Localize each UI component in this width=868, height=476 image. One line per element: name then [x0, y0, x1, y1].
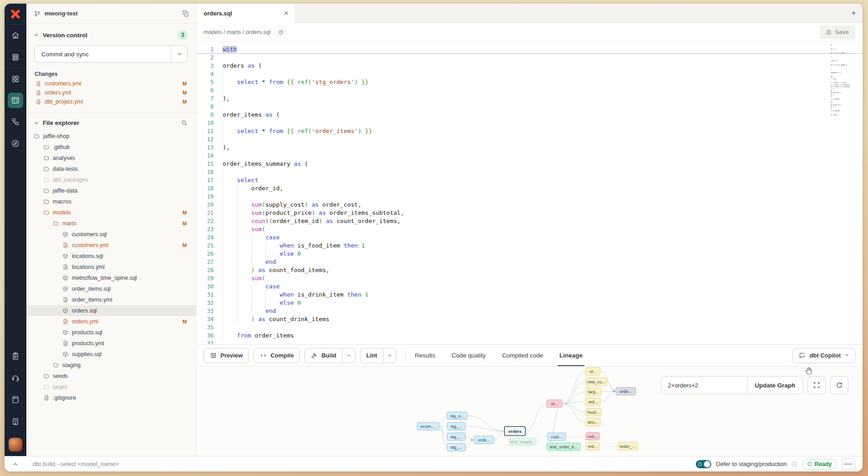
lineage-node-y5[interactable]: food...: [586, 408, 601, 416]
lineage-node-orp[interactable]: or...: [547, 400, 562, 407]
code-line-1[interactable]: 1with: [196, 45, 863, 54]
code-line-6[interactable]: 6: [196, 86, 863, 94]
fullscreen-icon[interactable]: [808, 376, 826, 394]
code-editor[interactable]: 1with23orders as (45 select * from {{ re…: [196, 42, 863, 344]
code-line-35[interactable]: 35: [196, 323, 863, 332]
code-line-25[interactable]: 25 when is_food_item then 1: [196, 242, 863, 250]
info-icon[interactable]: [791, 461, 798, 467]
code-line-2[interactable]: 2: [196, 54, 863, 62]
build-button[interactable]: Build: [304, 348, 355, 363]
lineage-node-stg2[interactable]: stg_...: [447, 422, 465, 430]
lineage-node-y8[interactable]: order_...: [618, 442, 638, 450]
code-line-9[interactable]: 9order_items as (: [196, 111, 863, 119]
commit-and-sync-button[interactable]: Commit and sync: [35, 45, 188, 63]
tree-item-staging[interactable]: staging: [26, 360, 196, 371]
code-line-36[interactable]: 36 from order_items: [196, 332, 863, 340]
lineage-node-y7[interactable]: ord...: [586, 442, 599, 450]
refresh-icon[interactable]: [830, 376, 848, 394]
code-line-30[interactable]: 30 case: [196, 283, 863, 291]
version-control-header[interactable]: Version control 3: [26, 24, 196, 45]
lineage-panel[interactable]: ecom....stg_o...stg_...stg_...stg_...ord…: [196, 366, 863, 456]
build-dropdown-toggle[interactable]: [342, 348, 355, 363]
code-line-7[interactable]: 7),: [196, 94, 863, 103]
tree-item-order-items.sql[interactable]: order_items.sql: [26, 283, 196, 294]
code-line-34[interactable]: 34 ) as count_drink_items: [196, 315, 863, 323]
status-ready-badge[interactable]: Ready: [802, 459, 837, 470]
close-icon[interactable]: [283, 10, 289, 16]
commit-dropdown-toggle[interactable]: [171, 46, 187, 62]
lineage-node-stg3[interactable]: stg_...: [447, 433, 465, 441]
lineage-node-y4[interactable]: ord...: [586, 398, 600, 406]
nav-develop[interactable]: [5, 90, 26, 111]
copy-icon[interactable]: [182, 10, 190, 17]
lineage-node-orders[interactable]: orders: [504, 426, 525, 436]
lineage-node-tsup[interactable]: test_supply..: [509, 438, 536, 446]
code-line-11[interactable]: 11 select * from {{ ref('order_items') }…: [196, 127, 863, 135]
nav-jobs[interactable]: [5, 46, 26, 68]
more-options-button[interactable]: ···: [842, 458, 855, 470]
preview-button[interactable]: Preview: [204, 348, 249, 363]
tree-item-models[interactable]: modelsM: [26, 207, 196, 218]
changed-file-customers.yml[interactable]: customers.ymlM: [26, 79, 196, 88]
lineage-node-gray[interactable]: orde...: [613, 387, 636, 395]
search-icon[interactable]: [181, 119, 188, 126]
code-line-28[interactable]: 28 ) as count_food_items,: [196, 266, 863, 274]
tree-item-data-tests[interactable]: data-tests: [26, 164, 196, 174]
lineage-node-cust[interactable]: cust...: [548, 433, 566, 441]
compile-button[interactable]: Compile: [254, 348, 300, 363]
tree-item-supplies.sql[interactable]: supplies.sql: [26, 349, 196, 360]
lineage-node-stg1[interactable]: stg_o...: [447, 412, 467, 420]
code-line-33[interactable]: 33 end: [196, 307, 863, 315]
code-line-13[interactable]: 13),: [196, 144, 863, 152]
command-input[interactable]: [33, 461, 224, 467]
code-line-12[interactable]: 12: [196, 135, 863, 144]
editor-minimap[interactable]: [831, 45, 857, 118]
tab-code-quality[interactable]: Code quality: [452, 345, 486, 366]
open-in-lineage-icon[interactable]: [275, 26, 287, 38]
lineage-node-oi[interactable]: orde...: [471, 436, 494, 444]
code-line-18[interactable]: 18 order_id,: [196, 184, 863, 193]
tree-item-products.sql[interactable]: products.sql: [26, 327, 196, 338]
code-line-10[interactable]: 10: [196, 119, 863, 127]
tree-item-order-items.yml[interactable]: order_items.yml: [26, 294, 196, 305]
code-line-8[interactable]: 8: [196, 103, 863, 111]
tree-item-macros[interactable]: macros: [26, 196, 196, 207]
tree-item-seeds[interactable]: seeds: [26, 371, 196, 382]
tab-results[interactable]: Results: [415, 345, 435, 366]
tree-item-dbt-packages[interactable]: dbt_packages: [26, 174, 196, 185]
code-line-19[interactable]: 19: [196, 193, 863, 201]
new-tab-button[interactable]: [844, 4, 863, 22]
tab-compiled-code[interactable]: Compiled code: [502, 345, 543, 366]
lineage-node-y2[interactable]: new_cu...: [586, 378, 607, 386]
lint-dropdown-toggle[interactable]: [383, 348, 396, 363]
user-avatar[interactable]: [9, 438, 22, 451]
tree-item-products.yml[interactable]: products.yml: [26, 338, 196, 349]
tree-item-locations.yml[interactable]: locations.yml: [26, 262, 196, 273]
code-line-26[interactable]: 26 else 0: [196, 250, 863, 258]
tab-lineage[interactable]: Lineage: [559, 345, 583, 366]
lineage-node-y1[interactable]: or...: [586, 367, 600, 375]
code-line-29[interactable]: 29 sum(: [196, 274, 863, 283]
tree-item-jaffle-data[interactable]: jaffle-data: [26, 185, 196, 196]
nav-orchestrate[interactable]: [5, 111, 26, 133]
code-line-27[interactable]: 27 end: [196, 258, 863, 266]
save-button[interactable]: Save: [819, 25, 855, 39]
lineage-node-y6[interactable]: drin...: [586, 418, 600, 426]
nav-organization[interactable]: [5, 411, 26, 432]
code-line-14[interactable]: 14: [196, 152, 863, 160]
tree-item-customers.yml[interactable]: customers.ymlM: [26, 240, 196, 251]
dbt-logo[interactable]: [5, 4, 26, 25]
code-line-21[interactable]: 21 sum(product_price) as order_items_sub…: [196, 209, 863, 217]
tree-item-orders.yml[interactable]: orders.ymlM: [26, 316, 196, 327]
tree-item-locations.sql[interactable]: locations.sql: [26, 251, 196, 262]
code-line-23[interactable]: 23 sum(: [196, 225, 863, 233]
lineage-node-tord[interactable]: test_order_it...: [547, 443, 580, 451]
tree-item-target[interactable]: target: [26, 382, 196, 392]
lineage-node-stg4[interactable]: stg_...: [447, 443, 465, 451]
code-line-5[interactable]: 5 select * from {{ ref('stg_orders') }}: [196, 78, 863, 86]
nav-tasks[interactable]: [5, 345, 26, 367]
code-line-20[interactable]: 20 sum(supply_cost) as order_cost,: [196, 201, 863, 209]
tree-item-metricflow-time-spine.sql[interactable]: metricflow_time_spine.sql: [26, 273, 196, 283]
nav-explore[interactable]: [5, 133, 26, 154]
nav-support[interactable]: [5, 367, 26, 389]
